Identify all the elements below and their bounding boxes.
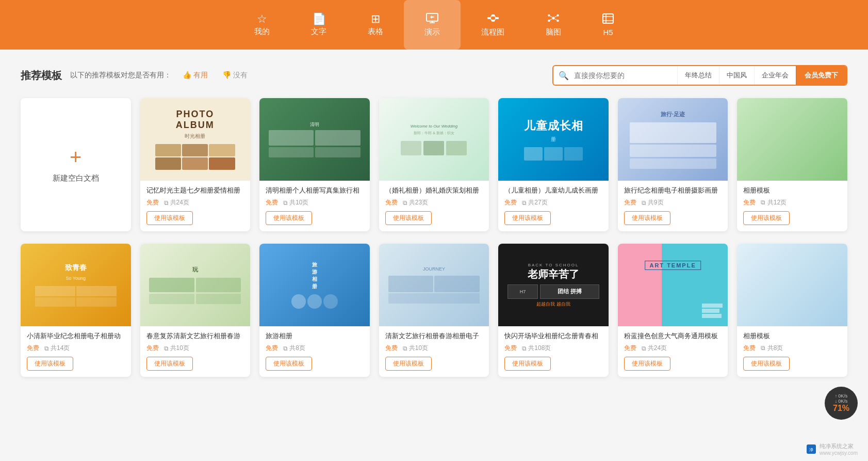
use-template-btn-t5[interactable]: 使用该模板 <box>624 211 670 225</box>
nav-h5[interactable]: H5 <box>582 0 634 50</box>
use-template-btn-t1[interactable]: 使用该模板 <box>146 211 193 225</box>
use-template-btn-extra1[interactable]: 使用该模板 <box>743 211 790 225</box>
use-template-btn-t11[interactable]: 使用该模板 <box>624 357 670 371</box>
copy-icon: ⧉ <box>164 199 169 206</box>
use-template-btn-t2[interactable]: 使用该模板 <box>266 211 312 225</box>
use-template-btn-extra2[interactable]: 使用该模板 <box>743 357 790 371</box>
svg-line-19 <box>555 16 557 17</box>
upload-speed: 0K/s <box>838 393 847 399</box>
svg-point-16 <box>556 20 559 22</box>
use-template-btn-t6[interactable]: 使用该模板 <box>27 357 73 371</box>
template-meta-t4: 免费 ⧉ 共27页 <box>504 198 602 207</box>
template-card-t7[interactable]: 玩 春意复苏清新文艺旅行相册春游 免费 ⧉ 共10页 <box>140 244 251 377</box>
copy-icon: ⧉ <box>522 345 527 352</box>
svg-line-10 <box>495 15 496 18</box>
template-thumb-extra2 <box>737 244 847 326</box>
template-card-t11[interactable]: ART TEMPLE 粉蓝撞色创意大气商务通用模板 免费 ⧉ <box>618 244 728 377</box>
present-icon <box>426 13 438 25</box>
svg-line-18 <box>550 19 552 20</box>
template-meta-extra2: 免费 ⧉ 共8页 <box>743 344 841 353</box>
template-name-t4: （儿童相册）儿童幼儿成长画册 <box>504 186 602 195</box>
svg-point-15 <box>556 14 559 16</box>
template-card-t4[interactable]: 儿童成长相 册 （儿童相册）儿童幼儿成长画册 免费 ⧉ <box>498 98 609 231</box>
nav-my[interactable]: ☆ 我的 <box>234 0 290 50</box>
template-info-t4: （儿童相册）儿童幼儿成长画册 免费 ⧉ 共27页 使用该模板 <box>498 181 609 231</box>
template-thumb-t4: 儿童成长相 册 <box>498 98 609 181</box>
use-template-btn-t8[interactable]: 使用该模板 <box>266 357 312 371</box>
nav-mind[interactable]: 脑图 <box>525 0 582 50</box>
download-speed: 0K/s <box>838 399 847 404</box>
template-card-t5[interactable]: 旅行·足迹 旅行纪念相册电子相册摄影画册 免费 ⧉ 共9页 <box>618 98 728 231</box>
template-thumb-t3: Welcome to Our Wedding 新郎：牛郎 & 新娘：织女 <box>379 98 489 181</box>
vote-no-button[interactable]: 👎 没有 <box>219 70 251 81</box>
template-thumb-t1: PHOTO ALBUM 时光相册 <box>140 98 251 181</box>
use-template-btn-t4[interactable]: 使用该模板 <box>504 211 551 225</box>
template-info-t11: 粉蓝撞色创意大气商务通用模板 免费 ⧉ 共24页 使用该模板 <box>618 326 728 377</box>
search-tag-annual-meeting[interactable]: 企业年会 <box>754 65 796 86</box>
template-card-t8[interactable]: 旅游相册 旅游相册 免费 ⧉ 共8页 使用该模板 <box>259 244 370 377</box>
template-info-t10: 快闪开场毕业相册纪念册青春相 免费 ⧉ 共108页 使用该模板 <box>498 326 609 377</box>
template-meta-t6: 免费 ⧉ 共14页 <box>27 344 125 353</box>
template-thumb-t5: 旅行·足迹 <box>618 98 728 181</box>
top-navigation: ☆ 我的 📄 文字 ⊞ 表格 演示 <box>0 0 868 50</box>
copy-icon: ⧉ <box>164 345 169 352</box>
template-name-t10: 快闪开场毕业相册纪念册青春相 <box>504 331 602 341</box>
flow-icon <box>487 13 499 25</box>
nav-my-label: 我的 <box>254 27 270 37</box>
new-document-card[interactable]: + 新建空白文档 <box>21 98 131 231</box>
template-card-extra1[interactable]: 相册模板 免费 ⧉ 共12页 使用该模板 <box>737 98 847 231</box>
nav-flow[interactable]: 流程图 <box>461 0 525 50</box>
nav-table[interactable]: ⊞ 表格 <box>347 0 404 50</box>
search-tag-year-end[interactable]: 年终总结 <box>677 65 719 86</box>
template-card-t2[interactable]: 清明 清明相册个人相册写真集旅行相 免费 ⧉ 共10页 <box>259 98 370 231</box>
template-info-t3: （婚礼相册）婚礼婚庆策划相册 免费 ⧉ 共23页 使用该模板 <box>379 181 489 231</box>
template-meta-t1: 免费 ⧉ 共24页 <box>146 198 244 207</box>
template-name-t6: 小清新毕业纪念相册电子相册动 <box>27 331 125 341</box>
template-meta-t3: 免费 ⧉ 共23页 <box>385 198 483 207</box>
template-name-extra1: 相册模板 <box>743 186 841 195</box>
copy-icon: ⧉ <box>44 345 49 352</box>
template-card-t10[interactable]: BACK TO SCHOOL 老师辛苦了 H7 团结 拼搏 超越自我 越自我 快… <box>498 244 609 377</box>
search-bar: 🔍 年终总结 中国风 企业年会 会员免费下 <box>552 65 847 86</box>
template-card-t1[interactable]: PHOTO ALBUM 时光相册 记忆时光主题七夕相册爱情相册 <box>140 98 251 231</box>
template-card-t9[interactable]: JOURNEY 清新文艺旅行相册春游相册电子 免费 ⧉ 共10页 <box>379 244 489 377</box>
search-icon: 🔍 <box>553 71 574 81</box>
template-info-t7: 春意复苏清新文艺旅行相册春游 免费 ⧉ 共10页 使用该模板 <box>140 326 251 377</box>
svg-rect-6 <box>492 14 495 17</box>
svg-rect-7 <box>492 20 495 22</box>
search-input[interactable] <box>574 66 677 85</box>
vip-free-button[interactable]: 会员免费下 <box>796 65 846 86</box>
template-info-t2: 清明相册个人相册写真集旅行相 免费 ⧉ 共10页 使用该模板 <box>259 181 370 231</box>
template-info-t1: 记忆时光主题七夕相册爱情相册 免费 ⧉ 共24页 使用该模板 <box>140 181 251 231</box>
template-thumb-t10: BACK TO SCHOOL 老师辛苦了 H7 团结 拼搏 超越自我 越自我 <box>498 244 609 326</box>
speed-percent: 71% <box>833 404 849 405</box>
use-template-btn-t3[interactable]: 使用该模板 <box>385 211 432 225</box>
template-card-t3[interactable]: Welcome to Our Wedding 新郎：牛郎 & 新娘：织女 （婚礼… <box>379 98 489 231</box>
svg-point-13 <box>548 14 550 16</box>
use-template-btn-t7[interactable]: 使用该模板 <box>146 357 193 371</box>
svg-rect-4 <box>487 17 490 19</box>
template-name-t5: 旅行纪念相册电子相册摄影画册 <box>624 186 722 195</box>
h5-icon <box>602 13 614 26</box>
template-meta-extra1: 免费 ⧉ 共12页 <box>743 198 841 207</box>
nav-text[interactable]: 📄 文字 <box>290 0 347 50</box>
template-thumb-t11: ART TEMPLE <box>618 244 728 326</box>
search-tag-chinese-style[interactable]: 中国风 <box>719 65 754 86</box>
template-name-t11: 粉蓝撞色创意大气商务通用模板 <box>624 331 722 341</box>
template-meta-t9: 免费 ⧉ 共10页 <box>385 344 483 353</box>
template-card-t6[interactable]: 致青春 So Young 小清新毕业纪念相册电子相册动 免费 ⧉ <box>21 244 131 377</box>
use-template-btn-t9[interactable]: 使用该模板 <box>385 357 432 371</box>
template-thumb-t9: JOURNEY <box>379 244 489 326</box>
template-card-extra2[interactable]: 相册模板 免费 ⧉ 共8页 使用该模板 <box>737 244 847 377</box>
template-name-t7: 春意复苏清新文艺旅行相册春游 <box>146 331 244 341</box>
copy-icon: ⧉ <box>522 199 527 206</box>
nav-present[interactable]: 演示 <box>404 0 461 50</box>
copy-icon: ⧉ <box>642 345 646 352</box>
vote-yes-button[interactable]: 👍 有用 <box>179 70 211 81</box>
nav-text-label: 文字 <box>311 27 326 37</box>
template-name-t9: 清新文艺旅行相册春游相册电子 <box>385 331 483 341</box>
svg-line-17 <box>550 16 552 17</box>
use-template-btn-t10[interactable]: 使用该模板 <box>504 357 551 371</box>
template-name-t1: 记忆时光主题七夕相册爱情相册 <box>146 186 244 195</box>
copy-icon: ⧉ <box>403 345 407 352</box>
